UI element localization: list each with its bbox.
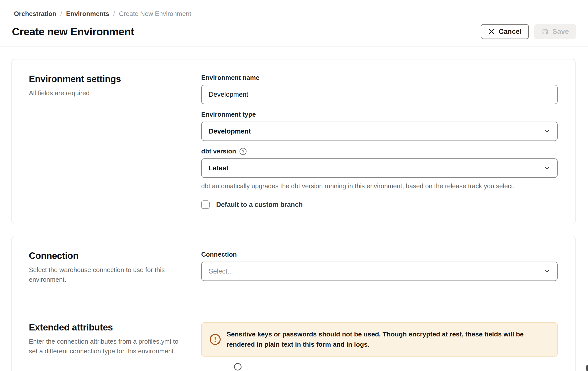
chevron-down-icon (544, 165, 550, 171)
corner-floating-element[interactable] (586, 365, 588, 371)
environment-name-label: Environment name (201, 74, 558, 82)
environment-settings-intro: Environment settings All fields are requ… (29, 74, 201, 98)
environment-type-value: Development (209, 128, 251, 135)
dbt-version-label: dbt version ? (201, 147, 558, 155)
connection-intro: Connection Select the warehouse connecti… (29, 251, 201, 284)
connection-select[interactable]: Select... (201, 262, 558, 281)
dbt-version-label-text: dbt version (201, 147, 236, 155)
chevron-down-icon (544, 268, 550, 275)
environment-type-select[interactable]: Development (201, 122, 558, 141)
cancel-button[interactable]: Cancel (481, 24, 529, 39)
page-title: Create new Environment (12, 26, 134, 38)
breadcrumb-item-environments[interactable]: Environments (66, 10, 109, 18)
environment-name-input[interactable] (201, 85, 558, 104)
extended-attributes-fields: ! Sensitive keys or passwords should not… (201, 322, 558, 371)
connection-subtitle: Select the warehouse connection to use f… (29, 265, 175, 284)
connection-fields: Connection Select... (201, 251, 558, 281)
environment-name-field-group: Environment name (201, 74, 558, 104)
extended-attributes-title: Extended attributes (29, 322, 201, 333)
connection-title: Connection (29, 251, 201, 261)
chevron-down-icon (544, 128, 550, 135)
breadcrumb-separator: / (113, 10, 115, 18)
cancel-button-label: Cancel (499, 28, 522, 36)
page-header: Orchestration / Environments / Create Ne… (0, 0, 588, 47)
save-button-label: Save (553, 28, 569, 36)
custom-branch-label: Default to a custom branch (216, 201, 303, 209)
environment-type-label: Environment type (201, 111, 558, 118)
environment-settings-card: Environment settings All fields are requ… (11, 59, 576, 224)
help-icon[interactable]: ? (240, 148, 246, 155)
save-button[interactable]: Save (534, 24, 576, 39)
breadcrumb: Orchestration / Environments / Create Ne… (0, 0, 588, 18)
connection-card: Connection Select the warehouse connecti… (11, 236, 576, 371)
environment-settings-fields: Environment name Environment type Develo… (201, 74, 558, 209)
dbt-version-help-text: dbt automatically upgrades the dbt versi… (201, 182, 558, 190)
dbt-version-field-group: dbt version ? Latest dbt automatically u… (201, 147, 558, 190)
connection-label: Connection (201, 251, 558, 258)
environment-type-field-group: Environment type Development (201, 111, 558, 141)
connection-field-group: Connection Select... (201, 251, 558, 281)
breadcrumb-item-orchestration[interactable]: Orchestration (14, 10, 56, 18)
connection-placeholder: Select... (209, 268, 233, 275)
custom-branch-checkbox[interactable] (201, 200, 210, 209)
warning-icon: ! (210, 334, 221, 345)
environment-settings-subtitle: All fields are required (29, 88, 178, 98)
save-icon (541, 28, 549, 35)
main-content: Environment settings All fields are requ… (0, 47, 588, 371)
dbt-version-select[interactable]: Latest (201, 158, 558, 178)
warning-text: Sensitive keys or passwords should not b… (227, 329, 549, 350)
sensitive-warning-banner: ! Sensitive keys or passwords should not… (201, 322, 558, 357)
breadcrumb-separator: / (60, 10, 62, 18)
dbt-version-value: Latest (209, 164, 229, 172)
extended-attributes-subtitle: Enter the connection attributes from a p… (29, 337, 181, 356)
extended-attributes-intro: Extended attributes Enter the connection… (29, 322, 201, 356)
close-icon (488, 28, 495, 35)
breadcrumb-item-create-new-environment: Create New Environment (119, 10, 191, 18)
header-actions: Cancel Save (481, 24, 576, 39)
help-icon-cutoff[interactable] (234, 363, 242, 371)
title-row: Create new Environment Cancel Save (0, 18, 588, 46)
environment-settings-title: Environment settings (29, 74, 201, 84)
custom-branch-checkbox-row[interactable]: Default to a custom branch (201, 200, 558, 209)
